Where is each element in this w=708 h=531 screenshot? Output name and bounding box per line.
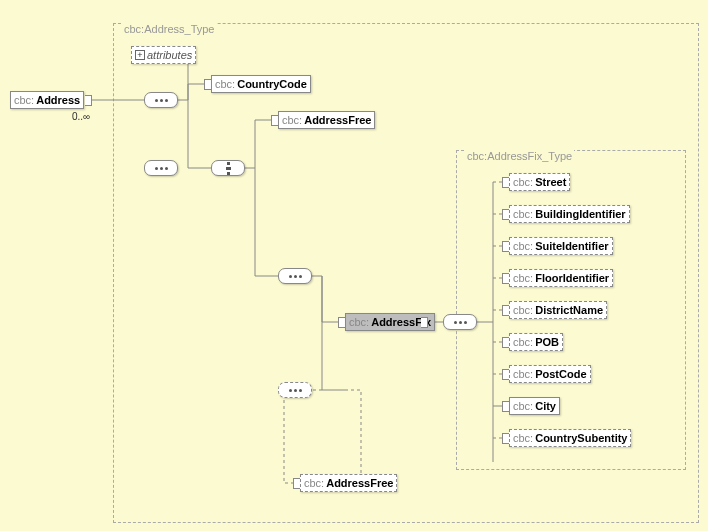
ns-label: cbc: (513, 304, 533, 316)
ns-label: cbc: (349, 316, 369, 328)
element-countrycode[interactable]: cbc:CountryCode (211, 75, 311, 93)
node-tab (338, 317, 345, 328)
node-tab (293, 478, 300, 489)
node-tab (502, 177, 509, 188)
node-tab (502, 433, 509, 444)
ns-label: cbc: (513, 368, 533, 380)
node-tab (502, 209, 509, 220)
element-name: DistrictName (535, 304, 603, 316)
node-tab (502, 369, 509, 380)
expand-icon[interactable]: + (135, 50, 145, 60)
ns-label: cbc: (215, 78, 235, 90)
attributes-box[interactable]: + attributes (131, 46, 196, 64)
element-addressfree-top[interactable]: cbc:AddressFree (278, 111, 375, 129)
ns-label: cbc: (282, 114, 302, 126)
ns-label: cbc: (304, 477, 324, 489)
element-name: CountrySubentity (535, 432, 627, 444)
element-name: Street (535, 176, 566, 188)
element-name: Address (36, 94, 80, 106)
node-tab (502, 273, 509, 284)
element-name: AddressFree (304, 114, 371, 126)
element-name: FloorIdentifier (535, 272, 609, 284)
node-tab (204, 79, 211, 90)
element-postcode[interactable]: cbc:PostCode (509, 365, 591, 383)
element-name: PostCode (535, 368, 586, 380)
element-city[interactable]: cbc:City (509, 397, 560, 415)
element-buildingidentifier[interactable]: cbc:BuildingIdentifier (509, 205, 630, 223)
element-flooridentifier[interactable]: cbc:FloorIdentifier (509, 269, 613, 287)
ns-label: cbc: (513, 336, 533, 348)
node-tab (502, 305, 509, 316)
element-pob[interactable]: cbc:POB (509, 333, 563, 351)
element-name: AddressFree (326, 477, 393, 489)
ns-label: cbc: (513, 240, 533, 252)
attributes-label: attributes (147, 49, 192, 61)
type-group-address-label: cbc:Address_Type (122, 23, 217, 35)
element-name: City (535, 400, 556, 412)
choice-1[interactable] (211, 160, 245, 176)
sequence-optional[interactable] (278, 382, 312, 398)
ns-label: cbc: (513, 272, 533, 284)
element-name: SuiteIdentifier (535, 240, 608, 252)
type-group-addressfix-label: cbc:AddressFix_Type (465, 150, 574, 162)
element-countrysubentity[interactable]: cbc:CountrySubentity (509, 429, 631, 447)
element-name: POB (535, 336, 559, 348)
ns-label: cbc: (513, 400, 533, 412)
element-districtname[interactable]: cbc:DistrictName (509, 301, 607, 319)
element-addressfree-bottom[interactable]: cbc:AddressFree (300, 474, 397, 492)
ns-label: cbc: (14, 94, 34, 106)
element-name: CountryCode (237, 78, 307, 90)
ns-label: cbc: (513, 432, 533, 444)
sequence-fix[interactable] (443, 314, 477, 330)
node-tab (271, 115, 278, 126)
cardinality-label: 0..∞ (72, 111, 90, 122)
ns-label: cbc: (513, 176, 533, 188)
expand-tab[interactable] (85, 95, 92, 106)
sequence-2[interactable] (144, 160, 178, 176)
node-tab (502, 337, 509, 348)
expand-tab[interactable] (421, 317, 428, 328)
node-tab (502, 401, 509, 412)
node-tab (502, 241, 509, 252)
element-street[interactable]: cbc:Street (509, 173, 570, 191)
element-suiteidentifier[interactable]: cbc:SuiteIdentifier (509, 237, 613, 255)
sequence-1[interactable] (144, 92, 178, 108)
element-address[interactable]: cbc:Address (10, 91, 84, 109)
sequence-3[interactable] (278, 268, 312, 284)
element-name: BuildingIdentifier (535, 208, 625, 220)
ns-label: cbc: (513, 208, 533, 220)
